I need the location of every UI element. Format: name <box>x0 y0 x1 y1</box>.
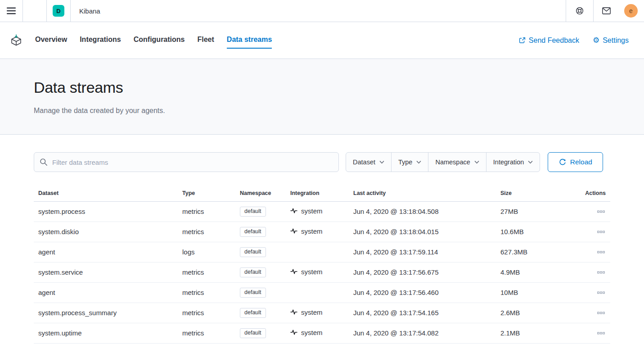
type-cell: metrics <box>178 282 235 303</box>
row-actions-button[interactable] <box>596 308 606 318</box>
filter-dataset[interactable]: Dataset <box>346 153 391 172</box>
tab-data-streams[interactable]: Data streams <box>227 32 272 49</box>
logo-area <box>23 0 46 22</box>
fleet-app-icon <box>10 34 23 46</box>
settings-link[interactable]: ⚙ Settings <box>593 36 629 45</box>
help-button[interactable] <box>566 0 593 22</box>
type-value: metrics <box>182 309 204 317</box>
row-actions-button[interactable] <box>596 328 606 338</box>
chevron-down-icon <box>528 160 533 164</box>
integration-value: system <box>290 308 323 316</box>
integration-label: system <box>301 268 323 276</box>
row-actions-button[interactable] <box>596 247 606 257</box>
filter-integration[interactable]: Integration <box>486 153 540 172</box>
namespace-cell: default <box>235 262 286 282</box>
table-row: agent logs default Jun 4, 2020 @ 13:17:5… <box>34 242 610 262</box>
integration-cell: system <box>286 262 349 282</box>
size-cell: 627.3MB <box>496 242 560 262</box>
row-actions-button[interactable] <box>596 267 606 277</box>
namespace-badge: default <box>240 267 266 277</box>
type-cell: logs <box>178 242 235 262</box>
namespace-cell: default <box>235 303 286 323</box>
col-type: Type <box>178 185 235 201</box>
send-feedback-label: Send Feedback <box>529 36 579 45</box>
data-streams-table: Dataset Type Namespace Integration Last … <box>34 185 610 344</box>
dataset-cell: system.diskio <box>34 222 178 242</box>
integration-value: system <box>290 227 323 235</box>
integration-cell <box>286 282 349 303</box>
col-dataset: Dataset <box>34 185 178 201</box>
tab-integrations[interactable]: Integrations <box>80 32 121 49</box>
nav-actions: Send Feedback ⚙ Settings <box>519 36 629 45</box>
reload-button[interactable]: Reload <box>548 152 603 172</box>
type-value: metrics <box>182 268 204 276</box>
mail-icon <box>602 7 611 14</box>
type-value: metrics <box>182 289 204 296</box>
table-row: system.uptime metrics default system Jun… <box>34 323 610 343</box>
row-actions-button[interactable] <box>596 287 606 298</box>
last-activity-value: Jun 4, 2020 @ 13:17:59.114 <box>353 248 438 256</box>
filter-integration-label: Integration <box>493 158 524 166</box>
row-actions-button[interactable] <box>596 206 606 217</box>
tab-overview[interactable]: Overview <box>35 32 67 49</box>
namespace-cell: default <box>235 282 286 303</box>
col-last-activity: Last activity <box>349 185 496 201</box>
last-activity-value: Jun 4, 2020 @ 13:17:56.675 <box>353 268 439 276</box>
type-value: metrics <box>182 329 204 337</box>
space-selector[interactable]: D <box>47 0 70 22</box>
integration-cell: system <box>286 303 349 323</box>
tab-fleet[interactable]: Fleet <box>197 32 214 49</box>
top-chrome-bar: D Kibana e <box>0 0 644 22</box>
last-activity-value: Jun 4, 2020 @ 13:18:04.508 <box>353 208 439 215</box>
filter-namespace-label: Namespace <box>435 158 470 166</box>
pulse-icon <box>290 268 297 275</box>
type-cell: metrics <box>178 222 235 242</box>
send-feedback-link[interactable]: Send Feedback <box>519 36 579 45</box>
filter-type[interactable]: Type <box>391 153 428 172</box>
search-input[interactable] <box>34 152 339 172</box>
last-activity-cell: Jun 4, 2020 @ 13:17:54.165 <box>349 303 496 323</box>
pulse-icon <box>290 308 297 316</box>
last-activity-value: Jun 4, 2020 @ 13:17:54.165 <box>353 309 439 317</box>
user-avatar[interactable]: e <box>624 4 638 18</box>
col-namespace: Namespace <box>235 185 286 201</box>
content-area: Dataset Type Namespace Integration <box>0 135 644 344</box>
page-subtitle: Manage the data created by your agents. <box>34 107 610 115</box>
space-badge[interactable]: D <box>53 5 64 17</box>
actions-cell <box>560 323 610 343</box>
dataset-cell: agent <box>34 242 178 262</box>
tab-configurations[interactable]: Configurations <box>134 32 185 49</box>
size-cell: 10MB <box>496 282 560 303</box>
app-nav-bar: Overview Integrations Configurations Fle… <box>0 22 644 59</box>
size-cell: 4.9MB <box>496 262 560 282</box>
table-row: agent metrics default Jun 4, 2020 @ 13:1… <box>34 282 610 303</box>
namespace-cell: default <box>235 201 286 222</box>
namespace-badge: default <box>240 328 266 338</box>
integration-cell: system <box>286 222 349 242</box>
table-row: system.diskio metrics default system Jun… <box>34 222 610 242</box>
actions-cell <box>560 282 610 303</box>
last-activity-cell: Jun 4, 2020 @ 13:18:04.508 <box>349 201 496 222</box>
filter-dataset-label: Dataset <box>353 158 375 166</box>
boxes-horizontal-icon <box>597 231 605 234</box>
filter-namespace[interactable]: Namespace <box>428 153 486 172</box>
size-value: 10.6MB <box>500 228 524 235</box>
type-cell: metrics <box>178 262 235 282</box>
boxes-horizontal-icon <box>597 271 605 274</box>
last-activity-value: Jun 4, 2020 @ 13:17:56.460 <box>353 289 439 296</box>
table-body: system.process metrics default system Ju… <box>34 201 610 343</box>
actions-cell <box>560 303 610 323</box>
namespace-cell: default <box>235 323 286 343</box>
filter-group: Dataset Type Namespace Integration <box>346 152 540 172</box>
hamburger-icon <box>7 7 16 14</box>
menu-button[interactable] <box>0 0 23 22</box>
newsfeed-button[interactable] <box>594 0 619 22</box>
namespace-cell: default <box>235 242 286 262</box>
type-value: metrics <box>182 208 204 215</box>
boxes-horizontal-icon <box>597 332 605 335</box>
lifebuoy-help-icon <box>576 7 584 15</box>
col-actions: Actions <box>560 185 610 201</box>
row-actions-button[interactable] <box>596 226 606 237</box>
dataset-value: agent <box>38 289 55 296</box>
boxes-horizontal-icon <box>597 291 605 294</box>
